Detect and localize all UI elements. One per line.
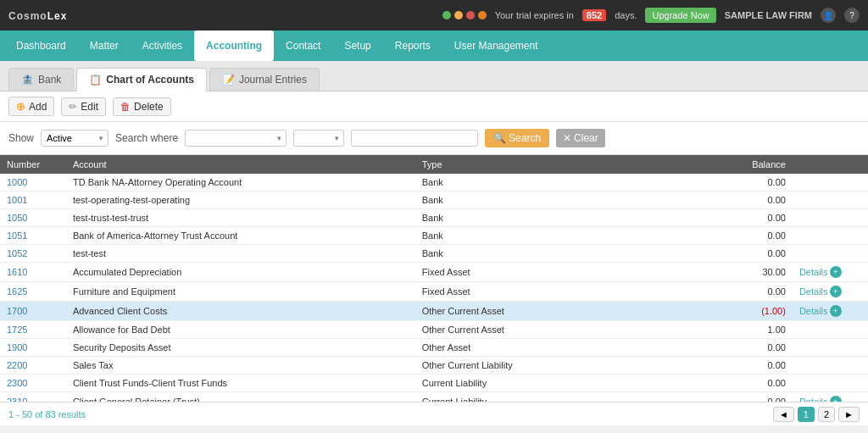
trial-suffix: days. — [615, 10, 637, 20]
trial-text: Your trial expires in — [495, 10, 574, 20]
cell-type: Other Current Asset — [415, 302, 604, 321]
table-row: 1610Accumulated DepreciationFixed Asset3… — [0, 263, 868, 282]
cell-account: test-test — [66, 245, 415, 263]
cell-number: 1001 — [0, 192, 66, 209]
col-balance: Balance — [604, 155, 793, 174]
add-icon: ⊕ — [16, 100, 25, 113]
cell-balance: 0.00 — [604, 357, 793, 375]
nav-item-contact[interactable]: Contact — [274, 31, 332, 61]
cell-type: Bank — [415, 245, 604, 263]
cell-number: 1725 — [0, 321, 66, 339]
table-row: 1700Advanced Client CostsOther Current A… — [0, 302, 868, 321]
table-header: Number Account Type Balance — [0, 155, 868, 174]
clear-button[interactable]: ✕ Clear — [556, 129, 605, 147]
user-icon[interactable]: 👤 — [821, 8, 836, 23]
cell-type: Current Liability — [415, 375, 604, 392]
cell-balance: 0.00 — [604, 375, 793, 392]
cell-details — [793, 245, 868, 263]
nav-item-matter[interactable]: Matter — [78, 31, 131, 61]
cell-balance: 30.00 — [604, 263, 793, 282]
add-button[interactable]: ⊕ Add — [8, 97, 54, 116]
show-select[interactable]: Active Inactive All — [41, 130, 108, 147]
cell-account: Sales Tax — [66, 357, 415, 375]
cell-balance: 0.00 — [604, 174, 793, 192]
clear-icon: ✕ — [563, 132, 571, 144]
cell-account: Client Trust Funds-Client Trust Funds — [66, 375, 415, 392]
cell-account: Security Deposits Asset — [66, 339, 415, 357]
cell-number: 1051 — [0, 227, 66, 245]
delete-icon: 🗑 — [120, 101, 131, 113]
dot-yellow — [454, 11, 463, 19]
details-button[interactable]: Details + — [799, 286, 842, 297]
search-button[interactable]: 🔍 Search — [485, 129, 549, 147]
edit-icon: ✏ — [69, 101, 77, 113]
search-condition-select[interactable] — [293, 130, 344, 147]
cell-details — [793, 192, 868, 209]
cell-account: TD Bank NA-Attorney Operating Account — [66, 174, 415, 192]
cell-details — [793, 321, 868, 339]
search-where-label: Search where — [115, 132, 178, 144]
cell-details: Details + — [793, 392, 868, 402]
cell-type: Current Liability — [415, 392, 604, 402]
results-text: 1 - 50 of 83 results — [8, 409, 86, 419]
nav-bar: Dashboard Matter Activities Accounting C… — [0, 31, 868, 61]
cell-balance: 1.00 — [604, 321, 793, 339]
table-row: 2300Client Trust Funds-Client Trust Fund… — [0, 375, 868, 392]
upgrade-button[interactable]: Upgrade Now — [645, 8, 715, 23]
table-row: 1051Bank of America-Attorney Trust Accou… — [0, 227, 868, 245]
nav-item-accounting[interactable]: Accounting — [194, 31, 274, 61]
cell-balance: 0.00 — [604, 282, 793, 302]
status-dots — [442, 11, 487, 19]
details-button[interactable]: Details + — [799, 305, 842, 317]
search-where-select[interactable]: Account Name Account Number Type — [185, 130, 287, 147]
details-button[interactable]: Details + — [799, 396, 842, 402]
pagination: ◄ 1 2 ► — [773, 407, 860, 422]
cell-number: 1050 — [0, 209, 66, 227]
tab-bar: 🏦 Bank 📋 Chart of Accounts 📝 Journal Ent… — [0, 61, 868, 92]
table-row: 1725Allowance for Bad DebtOther Current … — [0, 321, 868, 339]
tab-chart-of-accounts[interactable]: 📋 Chart of Accounts — [76, 68, 207, 92]
cell-account: Advanced Client Costs — [66, 302, 415, 321]
dot-orange — [478, 11, 487, 19]
page-next[interactable]: ► — [838, 407, 860, 422]
delete-button[interactable]: 🗑 Delete — [113, 97, 171, 116]
page-2[interactable]: 2 — [818, 407, 835, 422]
details-button[interactable]: Details + — [799, 266, 842, 278]
cell-details — [793, 357, 868, 375]
cell-details — [793, 375, 868, 392]
cell-type: Other Current Asset — [415, 321, 604, 339]
cell-details: Details + — [793, 302, 868, 321]
help-icon[interactable]: ? — [844, 8, 860, 23]
nav-item-user-management[interactable]: User Management — [442, 31, 550, 61]
table-row: 2200Sales TaxOther Current Liability0.00 — [0, 357, 868, 375]
nav-item-activities[interactable]: Activities — [131, 31, 194, 61]
cell-account: Bank of America-Attorney Trust Account — [66, 227, 415, 245]
cell-account: test-operating-test-operating — [66, 192, 415, 209]
table-row: 2310Client General Retainer (Trust)Curre… — [0, 392, 868, 402]
cell-type: Other Asset — [415, 339, 604, 357]
cell-type: Other Current Liability — [415, 357, 604, 375]
nav-item-setup[interactable]: Setup — [332, 31, 382, 61]
tab-chart-label: Chart of Accounts — [106, 74, 194, 86]
cell-balance: 0.00 — [604, 339, 793, 357]
cell-balance: 0.00 — [604, 245, 793, 263]
tab-journal-entries[interactable]: 📝 Journal Entries — [209, 68, 320, 91]
cell-balance: 0.00 — [604, 392, 793, 402]
tab-bank[interactable]: 🏦 Bank — [8, 68, 74, 91]
cell-balance: 0.00 — [604, 192, 793, 209]
nav-item-reports[interactable]: Reports — [383, 31, 442, 61]
nav-item-dashboard[interactable]: Dashboard — [4, 31, 78, 61]
accounts-table: Number Account Type Balance 1000TD Bank … — [0, 155, 868, 402]
search-condition-wrapper — [293, 130, 344, 147]
search-where-wrapper: Account Name Account Number Type — [185, 130, 287, 147]
cell-account: Furniture and Equipment — [66, 282, 415, 302]
cell-details — [793, 209, 868, 227]
cell-details — [793, 339, 868, 357]
page-1[interactable]: 1 — [798, 407, 815, 422]
cell-type: Fixed Asset — [415, 282, 604, 302]
edit-button[interactable]: ✏ Edit — [61, 97, 106, 116]
page-prev[interactable]: ◄ — [773, 407, 794, 422]
tab-journal-label: Journal Entries — [239, 74, 307, 86]
search-input[interactable] — [351, 130, 478, 147]
search-label: Search — [509, 132, 541, 144]
